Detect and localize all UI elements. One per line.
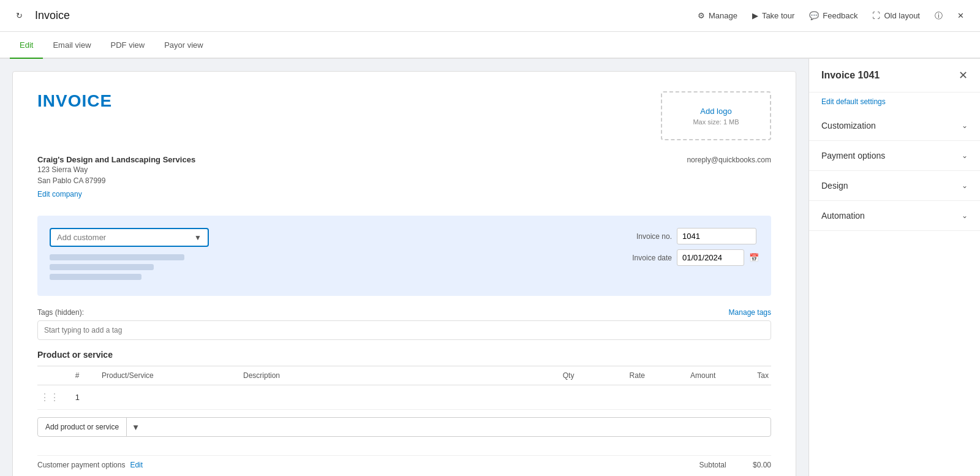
window-title: Invoice bbox=[35, 9, 70, 22]
old-layout-icon: ⛶ bbox=[872, 11, 880, 20]
drag-handle-icon: ⋮⋮ bbox=[40, 392, 59, 402]
chevron-down-icon: ⌄ bbox=[962, 181, 968, 190]
calendar-icon[interactable]: 📅 bbox=[749, 253, 759, 262]
col-qty: Qty bbox=[506, 366, 576, 385]
invoice-paper: INVOICE Add logo Max size: 1 MB Craig's … bbox=[12, 71, 796, 476]
back-icon: ↻ bbox=[16, 11, 23, 20]
accordion-customization-label: Customization bbox=[821, 121, 876, 130]
accordion-payment-label: Payment options bbox=[821, 151, 885, 161]
tab-email-view[interactable]: Email view bbox=[43, 32, 100, 59]
accordion-design-header[interactable]: Design ⌄ bbox=[809, 171, 980, 200]
col-product: Product/Service bbox=[99, 366, 241, 385]
add-product-main-button[interactable]: Add product or service bbox=[38, 419, 126, 435]
add-customer-dropdown[interactable]: ▼ bbox=[50, 228, 209, 247]
content-area: INVOICE Add logo Max size: 1 MB Craig's … bbox=[0, 59, 809, 476]
help-button[interactable]: ⓘ bbox=[929, 7, 949, 25]
subtotal-edit-link[interactable]: Edit bbox=[130, 461, 143, 469]
edit-default-settings-link[interactable]: Edit default settings bbox=[809, 93, 980, 111]
invoice-no-input[interactable] bbox=[677, 228, 756, 244]
company-address-line2: San Pablo CA 87999 bbox=[37, 175, 195, 186]
invoice-date-input[interactable] bbox=[677, 249, 744, 266]
placeholder-line-1 bbox=[50, 254, 184, 260]
add-logo-label: Add logo bbox=[700, 107, 731, 116]
placeholder-lines bbox=[50, 254, 617, 280]
manage-icon: ⚙ bbox=[698, 11, 705, 20]
take-tour-button[interactable]: ▶ Take tour bbox=[746, 7, 801, 24]
col-drag bbox=[37, 366, 73, 385]
old-layout-button[interactable]: ⛶ Old layout bbox=[866, 7, 926, 24]
subtotal-left: Customer payment options Edit bbox=[37, 461, 143, 469]
company-info: Craig's Design and Landscaping Services … bbox=[37, 155, 195, 198]
invoice-title: INVOICE bbox=[37, 91, 112, 111]
row-tax[interactable] bbox=[718, 385, 771, 410]
chevron-down-icon: ⌄ bbox=[962, 151, 968, 160]
accordion-design-label: Design bbox=[821, 181, 848, 191]
placeholder-line-3 bbox=[50, 274, 141, 280]
tabs-bar: Edit Email view PDF view Payor view bbox=[0, 32, 980, 59]
edit-company-link[interactable]: Edit company bbox=[37, 190, 82, 198]
row-rate[interactable] bbox=[576, 385, 647, 410]
accordion-customization-header[interactable]: Customization ⌄ bbox=[809, 111, 980, 140]
row-qty[interactable] bbox=[506, 385, 576, 410]
subtotal-right: Subtotal $0.00 bbox=[699, 461, 771, 469]
col-rate: Rate bbox=[576, 366, 647, 385]
close-icon: ✕ bbox=[957, 11, 964, 20]
chevron-down-icon: ▼ bbox=[194, 233, 202, 242]
main-layout: INVOICE Add logo Max size: 1 MB Craig's … bbox=[0, 59, 980, 476]
tags-header: Tags (hidden): Manage tags bbox=[37, 308, 771, 317]
invoice-header: INVOICE Add logo Max size: 1 MB bbox=[37, 91, 771, 140]
invoice-date-label: Invoice date bbox=[617, 254, 672, 262]
tags-label: Tags (hidden): bbox=[37, 308, 84, 317]
add-product-chevron-button[interactable]: ▼ bbox=[127, 419, 145, 436]
help-icon: ⓘ bbox=[935, 10, 943, 21]
product-table: # Product/Service Description Qty Rate A… bbox=[37, 366, 771, 410]
accordion-design: Design ⌄ bbox=[809, 171, 980, 201]
accordion-payment-options-header[interactable]: Payment options ⌄ bbox=[809, 141, 980, 170]
row-amount[interactable] bbox=[647, 385, 718, 410]
accordion-automation-header[interactable]: Automation ⌄ bbox=[809, 201, 980, 230]
accordion-payment-options: Payment options ⌄ bbox=[809, 141, 980, 171]
chevron-down-icon: ⌄ bbox=[962, 121, 968, 130]
tab-payor-view[interactable]: Payor view bbox=[154, 32, 213, 59]
col-amount: Amount bbox=[647, 366, 718, 385]
col-description: Description bbox=[241, 366, 506, 385]
company-email: noreply@quickbooks.com bbox=[687, 155, 771, 211]
panel-title: Invoice 1041 bbox=[821, 70, 880, 81]
top-bar: ↻ Invoice ⚙ Manage ▶ Take tour 💬 Feedbac… bbox=[0, 0, 980, 32]
subtotal-row: Customer payment options Edit Subtotal $… bbox=[37, 455, 771, 469]
invoice-title-block: INVOICE bbox=[37, 91, 112, 140]
invoice-no-label: Invoice no. bbox=[617, 232, 672, 241]
company-address-line1: 123 Sierra Way bbox=[37, 164, 195, 175]
product-service-section: Product or service # Product/Service Des… bbox=[37, 350, 771, 437]
tags-input[interactable] bbox=[37, 320, 771, 340]
panel-close-button[interactable]: ✕ bbox=[959, 69, 968, 82]
accordion-automation: Automation ⌄ bbox=[809, 201, 980, 231]
invoice-fields: Invoice no. Invoice date 📅 bbox=[617, 228, 759, 266]
chevron-down-icon: ⌄ bbox=[962, 211, 968, 220]
logo-placeholder[interactable]: Add logo Max size: 1 MB bbox=[661, 91, 771, 140]
row-product[interactable] bbox=[99, 385, 241, 410]
drag-cell[interactable]: ⋮⋮ bbox=[37, 385, 73, 410]
table-row: ⋮⋮ 1 bbox=[37, 385, 771, 410]
add-product-button[interactable]: Add product or service ▼ bbox=[37, 417, 771, 437]
tab-pdf-view[interactable]: PDF view bbox=[101, 32, 155, 59]
placeholder-line-2 bbox=[50, 264, 154, 270]
subtotal-amount-label: Subtotal bbox=[699, 461, 726, 469]
accordion-customization: Customization ⌄ bbox=[809, 111, 980, 141]
feedback-icon: 💬 bbox=[809, 11, 819, 20]
manage-button[interactable]: ⚙ Manage bbox=[692, 7, 744, 24]
add-customer-input[interactable] bbox=[57, 233, 192, 242]
customer-left: ▼ bbox=[50, 228, 617, 284]
feedback-button[interactable]: 💬 Feedback bbox=[803, 7, 864, 24]
row-description[interactable] bbox=[241, 385, 506, 410]
customer-invoice-row: ▼ Invoice no. Invoice date bbox=[37, 216, 771, 296]
close-button[interactable]: ✕ bbox=[951, 7, 970, 24]
top-bar-left: ↻ Invoice bbox=[10, 7, 70, 24]
company-name: Craig's Design and Landscaping Services bbox=[37, 155, 195, 164]
back-button[interactable]: ↻ bbox=[10, 7, 29, 24]
col-num: # bbox=[73, 366, 99, 385]
tab-edit[interactable]: Edit bbox=[10, 32, 43, 59]
tour-icon: ▶ bbox=[752, 11, 758, 20]
top-bar-right: ⚙ Manage ▶ Take tour 💬 Feedback ⛶ Old la… bbox=[692, 7, 970, 25]
manage-tags-link[interactable]: Manage tags bbox=[729, 308, 771, 317]
